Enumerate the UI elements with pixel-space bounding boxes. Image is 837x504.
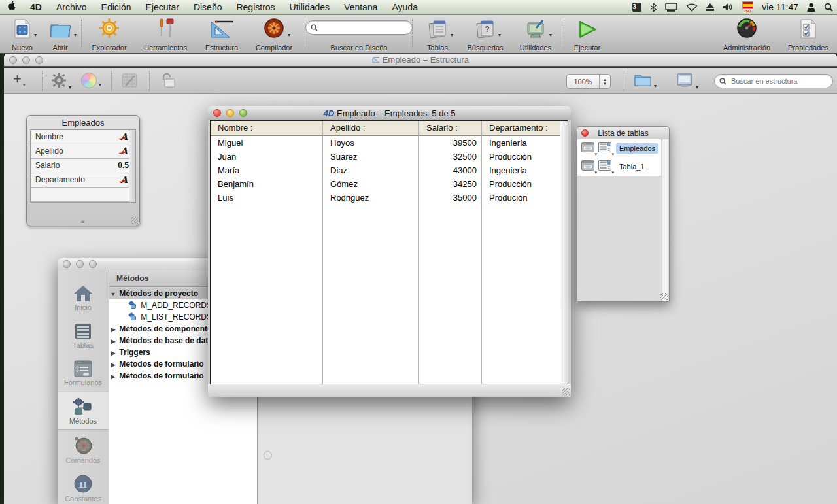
menu-registros[interactable]: Registros — [229, 0, 282, 14]
table-list-item[interactable]: ▾ ▾ Tabla_1 — [577, 158, 661, 176]
table-box-resize-grip[interactable] — [131, 217, 138, 224]
table-list-item[interactable]: ▾ ▾ Empleados — [577, 139, 661, 158]
sidebar-item-constantes[interactable]: π Constantes — [58, 469, 109, 504]
cell[interactable]: Gómez — [323, 177, 418, 191]
wifi-icon[interactable] — [686, 3, 698, 12]
queries-button[interactable]: ? ▾ Búsquedas — [462, 16, 509, 52]
display-mode-button[interactable]: ▾ — [676, 73, 693, 91]
output-form-icon[interactable]: ▾ — [598, 142, 611, 155]
explorer-button[interactable]: Explorador — [85, 16, 133, 52]
sidebar-item-inicio[interactable]: Inicio — [58, 279, 109, 316]
add-table-button[interactable]: +▾ — [13, 71, 26, 88]
cell[interactable]: Ingeniería — [482, 136, 560, 150]
menu-edicion[interactable]: Edición — [94, 0, 139, 14]
cell[interactable]: Hoyos — [323, 136, 418, 150]
table-structure-box[interactable]: Empleados NombreA ApellidoA Salario0.5 D… — [26, 115, 140, 226]
minimize-button-inactive[interactable] — [76, 260, 84, 268]
lock-button[interactable] — [160, 72, 177, 92]
cell[interactable]: 43000 — [419, 163, 481, 177]
structure-search-input[interactable] — [730, 76, 828, 86]
tools-button[interactable]: Herramientas — [137, 16, 194, 52]
menu-diseno[interactable]: Diseño — [186, 0, 230, 14]
disclosure-closed-icon[interactable]: ▶ — [109, 347, 117, 359]
cell[interactable]: Diaz — [323, 163, 418, 177]
cell[interactable]: Producción — [482, 177, 560, 191]
cell[interactable]: 39500 — [419, 136, 481, 150]
cell[interactable]: Rodriguez — [323, 191, 418, 205]
cell[interactable]: Ingeniería — [482, 163, 560, 177]
input-form-icon[interactable]: ▾ — [581, 160, 594, 173]
disclosure-closed-icon[interactable]: ▶ — [109, 324, 117, 335]
utilities-button[interactable]: ▾ Utilidades — [513, 16, 558, 52]
output-form-icon[interactable]: ▾ — [598, 160, 611, 173]
palette-resize-grip[interactable] — [660, 293, 668, 300]
window-resize-grip[interactable] — [562, 388, 570, 395]
column-departamento[interactable]: Departamento : Ingeniería Producción Ing… — [482, 121, 560, 384]
field-row[interactable]: DepartamentoA — [31, 173, 135, 188]
menu-4d[interactable]: 4D — [23, 0, 49, 14]
column-header[interactable]: Nombre : — [211, 121, 322, 136]
user-account-icon[interactable] — [807, 3, 815, 12]
field-row[interactable]: ApellidoA — [31, 144, 135, 159]
disclosure-closed-icon[interactable]: ▶ — [109, 359, 117, 371]
zoom-button-inactive[interactable] — [89, 260, 97, 268]
keyboard-layout-flag-icon[interactable]: ISO — [742, 1, 753, 13]
cell[interactable]: 32500 — [419, 150, 481, 163]
structure-search-field[interactable] — [714, 74, 833, 88]
bluetooth-icon[interactable] — [650, 3, 657, 12]
cell[interactable]: Juan — [211, 150, 322, 163]
structure-button[interactable]: Estructura — [197, 16, 246, 52]
cell[interactable]: Luis — [211, 191, 322, 205]
disclosure-closed-icon[interactable]: ▶ — [109, 371, 117, 382]
menu-utilidades[interactable]: Utilidades — [282, 0, 337, 14]
sidebar-item-formularios[interactable]: Formularios — [58, 354, 109, 392]
column-header[interactable]: Apellido : — [323, 121, 418, 136]
menu-clock[interactable]: vie 11:47 — [762, 2, 798, 12]
cell[interactable]: Miguel — [211, 136, 322, 150]
spotlight-search-icon[interactable] — [824, 3, 833, 12]
menu-ejecutar[interactable]: Ejecutar — [139, 0, 186, 14]
sidebar-item-tablas[interactable]: Tablas — [58, 317, 109, 354]
table-name-selected[interactable]: Empleados — [616, 143, 658, 154]
compiler-button[interactable]: ▾ Compilador — [248, 16, 299, 52]
field-row[interactable]: Salario0.5 — [31, 159, 135, 173]
palette-titlebar[interactable]: Lista de tablas — [577, 127, 669, 139]
cell[interactable]: María — [211, 163, 322, 177]
administration-button[interactable]: Administración — [717, 16, 777, 52]
disclosure-closed-icon[interactable]: ▶ — [109, 335, 117, 347]
vertical-scrollbar[interactable] — [560, 121, 568, 384]
close-button-inactive[interactable] — [63, 260, 71, 268]
column-apellido[interactable]: Apellido : Hoyos Suárez Diaz Gómez Rodri… — [323, 121, 419, 384]
disclosure-open-icon[interactable]: ▼ — [109, 288, 117, 300]
column-salario[interactable]: Salario : 39500 32500 43000 34250 35000 — [419, 121, 482, 384]
eject-icon[interactable] — [706, 3, 714, 11]
cell[interactable]: Benjamín — [211, 177, 322, 191]
input-source-icon[interactable]: 3 — [632, 3, 641, 12]
run-button[interactable]: Ejecutar — [568, 16, 607, 52]
design-search-input[interactable] — [321, 23, 407, 32]
table-box-title[interactable]: Empleados — [27, 116, 139, 129]
menu-ventana[interactable]: Ventana — [337, 0, 384, 14]
display-status-icon[interactable] — [665, 3, 677, 12]
records-titlebar[interactable]: 4DEmpleado – Empleados: 5 de 5 — [208, 106, 571, 120]
cell[interactable]: Producción — [482, 150, 560, 163]
properties-button[interactable]: Propiedades — [783, 16, 833, 52]
cell[interactable]: Produción — [482, 191, 560, 205]
volume-icon[interactable] — [723, 3, 734, 12]
tables-button[interactable]: ▾ Tablas — [417, 16, 458, 52]
column-header[interactable]: Salario : — [419, 121, 481, 136]
design-search-field[interactable] — [305, 20, 413, 35]
structure-titlebar[interactable]: Empleado – Estructura — [4, 54, 837, 66]
menu-archivo[interactable]: Archivo — [49, 0, 94, 14]
column-nombre[interactable]: Nombre : Miguel Juan María Benjamín Luis — [211, 121, 323, 384]
color-menu-button[interactable]: ▾ — [81, 73, 97, 88]
menu-ayuda[interactable]: Ayuda — [384, 0, 424, 14]
field-row[interactable]: NombreA — [31, 130, 135, 144]
open-button[interactable]: ▾ Abrir — [42, 16, 78, 52]
cell[interactable]: Suárez — [323, 150, 418, 163]
cell[interactable]: 34250 — [419, 177, 481, 191]
folders-button[interactable]: ▾ — [634, 73, 651, 90]
sidebar-item-metodos[interactable]: Métodos — [58, 392, 109, 430]
sidebar-item-comandos[interactable]: Comandos — [58, 431, 109, 468]
palette-scrollbar[interactable] — [662, 139, 668, 301]
